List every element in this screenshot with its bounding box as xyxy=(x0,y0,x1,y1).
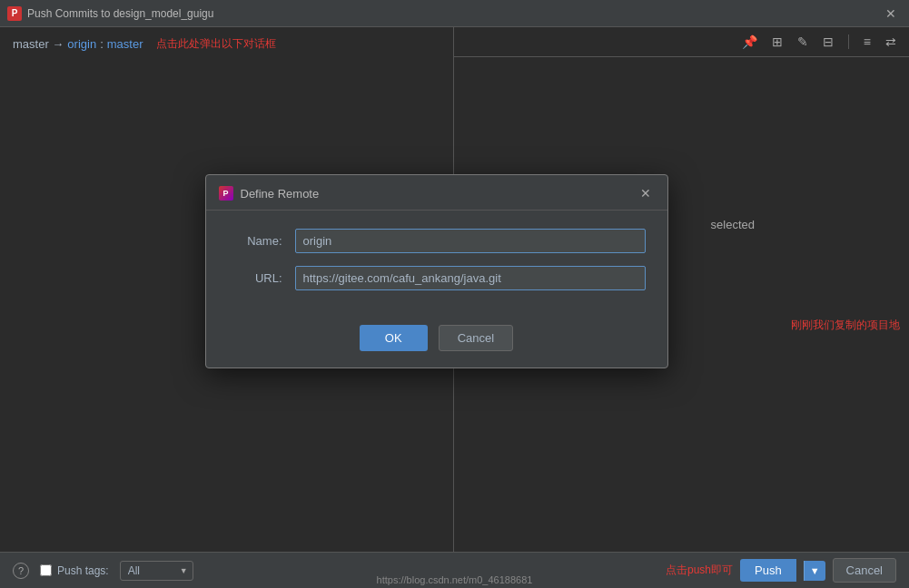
url-label: URL: xyxy=(228,271,282,285)
help-button[interactable]: ? xyxy=(13,563,29,579)
tags-select-wrapper: All Matching None xyxy=(120,561,193,581)
define-remote-dialog: P Define Remote ✕ Name: URL: OK xyxy=(205,174,668,368)
tags-select[interactable]: All Matching None xyxy=(120,561,193,581)
title-bar: P Push Commits to design_model_guigu ✕ xyxy=(0,0,909,27)
name-input[interactable] xyxy=(295,229,646,253)
app-icon: P xyxy=(7,6,22,21)
push-arrow-button[interactable]: ▼ xyxy=(804,561,825,581)
main-area: master → origin : master 点击此处弹出以下对话框 📌 ⊞… xyxy=(0,27,909,552)
bottom-bar: ? Push tags: All Matching None 点击push即可 … xyxy=(0,552,909,588)
push-tags-checkbox[interactable] xyxy=(40,564,52,576)
push-tags-label: Push tags: xyxy=(40,564,109,577)
dialog-body: Name: URL: xyxy=(206,211,667,318)
name-label: Name: xyxy=(228,234,282,248)
dialog-buttons: OK Cancel xyxy=(206,318,667,368)
push-tags-text: Push tags: xyxy=(57,564,109,577)
cancel-dialog-button[interactable]: Cancel xyxy=(439,325,513,351)
window-title: Push Commits to design_model_guigu xyxy=(27,7,213,20)
cancel-main-button[interactable]: Cancel xyxy=(833,558,896,583)
url-input[interactable] xyxy=(295,266,646,290)
dialog-close-button[interactable]: ✕ xyxy=(637,184,655,202)
csdn-link: https://blog.csdn.net/m0_46188681 xyxy=(377,574,533,585)
url-row: URL: xyxy=(228,266,646,290)
window-close-button[interactable]: ✕ xyxy=(880,5,902,23)
modal-overlay: P Define Remote ✕ Name: URL: OK xyxy=(0,27,909,552)
push-button[interactable]: Push xyxy=(740,559,796,582)
dialog-title-left: P Define Remote xyxy=(219,186,320,201)
name-row: Name: xyxy=(228,229,646,253)
dialog-title-bar: P Define Remote ✕ xyxy=(206,175,667,211)
bottom-right: 点击push即可 Push ▼ Cancel xyxy=(666,558,896,583)
ok-button[interactable]: OK xyxy=(360,325,428,351)
dialog-icon: P xyxy=(219,186,233,201)
annotation-push: 点击push即可 xyxy=(666,563,733,578)
dialog-title: Define Remote xyxy=(241,187,320,201)
